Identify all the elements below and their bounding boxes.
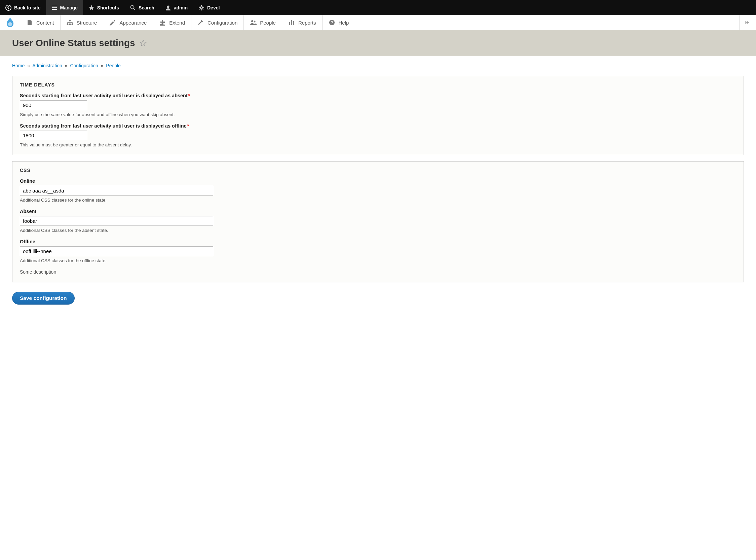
svg-rect-12	[291, 20, 292, 25]
desc-css-absent: Additional CSS classes for the absent st…	[20, 228, 736, 233]
label-offline-delay-text: Seconds starting from last user activity…	[20, 123, 187, 128]
input-css-online[interactable]	[20, 186, 213, 196]
desc-css-offline: Additional CSS classes for the offline s…	[20, 258, 736, 263]
favorite-star-toggle[interactable]	[140, 40, 147, 46]
menu-structure[interactable]: Structure	[61, 15, 104, 30]
legend-time-delays: TIME DELAYS	[20, 82, 736, 87]
svg-point-1	[131, 5, 134, 9]
collapse-icon	[744, 20, 751, 25]
extend-label: Extend	[169, 20, 185, 25]
input-css-offline[interactable]	[20, 246, 213, 256]
wrench-icon	[197, 19, 204, 26]
help-icon: ?	[329, 19, 335, 26]
collapse-toolbar[interactable]	[739, 15, 756, 30]
reports-icon	[288, 19, 295, 26]
menu-appearance[interactable]: Appearance	[103, 15, 153, 30]
desc-offline-delay: This value must be greater or equal to t…	[20, 142, 736, 147]
menu-extend[interactable]: Extend	[153, 15, 191, 30]
crumb-people[interactable]: People	[106, 63, 121, 68]
crumb-sep: »	[27, 63, 30, 68]
menu-reports[interactable]: Reports	[282, 15, 322, 30]
svg-rect-13	[293, 21, 294, 25]
admin-user-link[interactable]: admin	[160, 0, 193, 15]
input-offline-delay[interactable]	[20, 131, 87, 140]
crumb-sep: »	[101, 63, 104, 68]
star-outline-icon	[140, 40, 147, 46]
svg-point-5	[69, 20, 71, 22]
content-icon	[26, 19, 33, 26]
content-label: Content	[36, 20, 54, 25]
structure-icon	[67, 19, 73, 26]
search-label: Search	[139, 5, 154, 11]
admin-menu: Content Structure Appearance Extend Conf…	[0, 15, 756, 30]
page-title: User Online Status settings	[12, 38, 135, 48]
form-item-css-absent: Absent Additional CSS classes for the ab…	[20, 209, 736, 233]
people-icon	[250, 19, 257, 26]
svg-point-4	[8, 22, 12, 26]
page-title-region: User Online Status settings	[0, 30, 756, 56]
drupal-logo[interactable]	[0, 15, 20, 30]
form-item-css-offline: Offline Additional CSS classes for the o…	[20, 239, 736, 263]
svg-point-9	[251, 20, 253, 22]
label-absent-delay: Seconds starting from last user activity…	[20, 93, 736, 98]
crumb-sep: »	[65, 63, 68, 68]
label-css-online: Online	[20, 178, 736, 184]
input-css-absent[interactable]	[20, 216, 213, 226]
legend-css: CSS	[20, 167, 736, 173]
svg-point-3	[201, 7, 203, 9]
menu-people[interactable]: People	[244, 15, 282, 30]
svg-point-0	[6, 5, 11, 11]
label-absent-delay-text: Seconds starting from last user activity…	[20, 93, 188, 98]
svg-point-6	[67, 23, 68, 25]
label-css-offline: Offline	[20, 239, 736, 244]
input-absent-delay[interactable]	[20, 100, 87, 110]
svg-rect-11	[289, 22, 290, 25]
crumb-home[interactable]: Home	[12, 63, 24, 68]
svg-point-2	[167, 5, 169, 8]
content-region: Home » Administration » Configuration » …	[0, 56, 756, 318]
appearance-label: Appearance	[119, 20, 147, 25]
devel-label: Devel	[207, 5, 219, 11]
structure-label: Structure	[77, 20, 97, 25]
desc-css-online: Additional CSS classes for the online st…	[20, 198, 736, 203]
devel-link[interactable]: Devel	[193, 0, 225, 15]
appearance-icon	[109, 19, 116, 26]
gear-icon	[198, 5, 205, 11]
fieldset-css: CSS Online Additional CSS classes for th…	[12, 161, 744, 282]
search-icon	[130, 5, 136, 11]
shortcuts-label: Shortcuts	[97, 5, 119, 11]
user-icon	[165, 5, 171, 11]
required-marker: *	[188, 93, 190, 98]
form-item-absent-delay: Seconds starting from last user activity…	[20, 93, 736, 117]
manage-link[interactable]: Manage	[46, 0, 83, 15]
crumb-configuration[interactable]: Configuration	[70, 63, 98, 68]
required-marker: *	[187, 123, 189, 128]
toolbar-top: Back to site Manage Shortcuts Search adm…	[0, 0, 756, 15]
back-icon	[5, 5, 12, 11]
crumb-administration[interactable]: Administration	[32, 63, 62, 68]
desc-absent-delay: Simply use the same value for absent and…	[20, 112, 736, 117]
form-item-offline-delay: Seconds starting from last user activity…	[20, 123, 736, 147]
menu-help[interactable]: ? Help	[322, 15, 355, 30]
svg-text:?: ?	[331, 21, 333, 24]
hamburger-icon	[51, 5, 58, 11]
back-to-site-link[interactable]: Back to site	[0, 0, 46, 15]
reports-label: Reports	[298, 20, 316, 25]
form-item-css-online: Online Additional CSS classes for the on…	[20, 178, 736, 203]
extend-icon	[159, 19, 166, 26]
menu-configuration[interactable]: Configuration	[191, 15, 244, 30]
shortcuts-link[interactable]: Shortcuts	[83, 0, 124, 15]
label-offline-delay: Seconds starting from last user activity…	[20, 123, 736, 128]
css-extra-description: Some description	[20, 269, 736, 275]
configuration-label: Configuration	[208, 20, 237, 25]
menu-content[interactable]: Content	[20, 15, 61, 30]
search-link[interactable]: Search	[124, 0, 160, 15]
breadcrumb: Home » Administration » Configuration » …	[12, 63, 744, 68]
fieldset-time-delays: TIME DELAYS Seconds starting from last u…	[12, 76, 744, 155]
help-label: Help	[339, 20, 349, 25]
save-button[interactable]: Save configuration	[12, 292, 75, 304]
manage-label: Manage	[60, 5, 78, 11]
star-icon	[88, 5, 94, 11]
svg-point-8	[71, 23, 73, 25]
admin-label: admin	[174, 5, 188, 11]
